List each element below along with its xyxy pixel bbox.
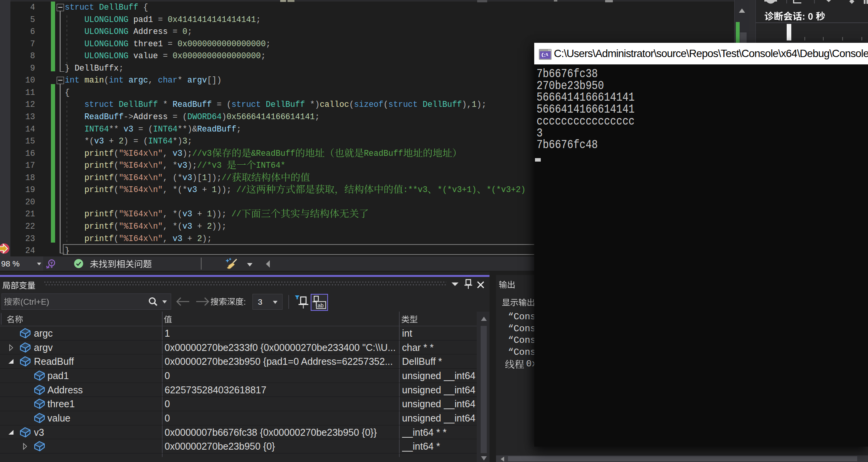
svg-text:ab: ab (318, 302, 324, 309)
